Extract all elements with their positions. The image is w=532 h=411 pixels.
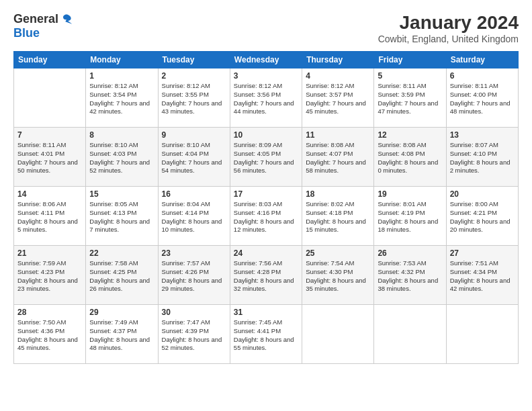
day-info: Sunrise: 7:51 AMSunset: 4:34 PMDaylight:… bbox=[450, 259, 515, 293]
calendar-week-1: 1Sunrise: 8:12 AMSunset: 3:54 PMDaylight… bbox=[14, 68, 519, 128]
table-row: 6Sunrise: 8:11 AMSunset: 4:00 PMDaylight… bbox=[446, 68, 518, 128]
header-wednesday: Wednesday bbox=[230, 52, 302, 68]
table-row: 15Sunrise: 8:05 AMSunset: 4:13 PMDayligh… bbox=[86, 187, 158, 246]
day-info: Sunrise: 8:09 AMSunset: 4:05 PMDaylight:… bbox=[234, 141, 298, 175]
day-info: Sunrise: 8:12 AMSunset: 3:57 PMDaylight:… bbox=[306, 82, 370, 116]
day-info: Sunrise: 8:11 AMSunset: 3:59 PMDaylight:… bbox=[378, 82, 442, 116]
day-number: 10 bbox=[234, 130, 298, 140]
table-row: 30Sunrise: 7:47 AMSunset: 4:39 PMDayligh… bbox=[158, 305, 230, 364]
table-row: 7Sunrise: 8:11 AMSunset: 4:01 PMDaylight… bbox=[14, 128, 86, 187]
table-row: 13Sunrise: 8:07 AMSunset: 4:10 PMDayligh… bbox=[446, 128, 518, 187]
day-number: 14 bbox=[17, 189, 82, 199]
day-info: Sunrise: 8:10 AMSunset: 4:03 PMDaylight:… bbox=[89, 141, 154, 175]
logo: General Blue bbox=[13, 12, 73, 40]
day-info: Sunrise: 8:00 AMSunset: 4:21 PMDaylight:… bbox=[450, 200, 515, 234]
day-number: 19 bbox=[378, 189, 442, 199]
header: General Blue January 2024 Cowbit, Englan… bbox=[13, 12, 519, 44]
table-row: 17Sunrise: 8:03 AMSunset: 4:16 PMDayligh… bbox=[230, 187, 302, 246]
logo-blue-text: Blue bbox=[13, 26, 40, 40]
day-number: 22 bbox=[89, 248, 154, 258]
day-info: Sunrise: 8:12 AMSunset: 3:56 PMDaylight:… bbox=[234, 82, 298, 116]
day-number: 30 bbox=[162, 308, 226, 317]
table-row: 3Sunrise: 8:12 AMSunset: 3:56 PMDaylight… bbox=[230, 68, 302, 128]
table-row bbox=[374, 305, 446, 364]
day-number: 24 bbox=[234, 248, 298, 258]
table-row: 23Sunrise: 7:57 AMSunset: 4:26 PMDayligh… bbox=[158, 246, 230, 305]
day-number: 7 bbox=[17, 130, 82, 140]
day-info: Sunrise: 8:02 AMSunset: 4:18 PMDaylight:… bbox=[306, 200, 370, 234]
table-row: 11Sunrise: 8:08 AMSunset: 4:07 PMDayligh… bbox=[302, 128, 374, 187]
day-number: 28 bbox=[17, 308, 82, 317]
table-row: 28Sunrise: 7:50 AMSunset: 4:36 PMDayligh… bbox=[14, 305, 86, 364]
day-number: 23 bbox=[162, 248, 226, 258]
day-number: 4 bbox=[306, 71, 370, 81]
location-subtitle: Cowbit, England, United Kingdom bbox=[378, 34, 519, 44]
table-row: 5Sunrise: 8:11 AMSunset: 3:59 PMDaylight… bbox=[374, 68, 446, 128]
day-info: Sunrise: 7:49 AMSunset: 4:37 PMDaylight:… bbox=[89, 318, 154, 353]
table-row: 20Sunrise: 8:00 AMSunset: 4:21 PMDayligh… bbox=[446, 187, 518, 246]
page: General Blue January 2024 Cowbit, Englan… bbox=[0, 0, 532, 411]
logo-bird-icon bbox=[60, 13, 73, 26]
table-row: 9Sunrise: 8:10 AMSunset: 4:04 PMDaylight… bbox=[158, 128, 230, 187]
day-info: Sunrise: 7:54 AMSunset: 4:30 PMDaylight:… bbox=[306, 259, 370, 293]
day-info: Sunrise: 8:03 AMSunset: 4:16 PMDaylight:… bbox=[234, 200, 298, 234]
day-info: Sunrise: 8:11 AMSunset: 4:00 PMDaylight:… bbox=[450, 82, 515, 116]
header-friday: Friday bbox=[374, 52, 446, 68]
day-info: Sunrise: 7:58 AMSunset: 4:25 PMDaylight:… bbox=[89, 259, 154, 293]
table-row: 2Sunrise: 8:12 AMSunset: 3:55 PMDaylight… bbox=[158, 68, 230, 128]
day-info: Sunrise: 8:12 AMSunset: 3:55 PMDaylight:… bbox=[162, 82, 226, 116]
day-info: Sunrise: 8:10 AMSunset: 4:04 PMDaylight:… bbox=[162, 141, 226, 175]
day-info: Sunrise: 7:56 AMSunset: 4:28 PMDaylight:… bbox=[234, 259, 298, 293]
table-row: 25Sunrise: 7:54 AMSunset: 4:30 PMDayligh… bbox=[302, 246, 374, 305]
day-info: Sunrise: 8:11 AMSunset: 4:01 PMDaylight:… bbox=[17, 141, 82, 175]
table-row: 8Sunrise: 8:10 AMSunset: 4:03 PMDaylight… bbox=[86, 128, 158, 187]
table-row: 1Sunrise: 8:12 AMSunset: 3:54 PMDaylight… bbox=[86, 68, 158, 128]
table-row: 12Sunrise: 8:08 AMSunset: 4:08 PMDayligh… bbox=[374, 128, 446, 187]
logo-general-text: General bbox=[13, 12, 58, 26]
day-number: 5 bbox=[378, 71, 442, 81]
header-sunday: Sunday bbox=[14, 52, 86, 68]
table-row: 4Sunrise: 8:12 AMSunset: 3:57 PMDaylight… bbox=[302, 68, 374, 128]
table-row: 21Sunrise: 7:59 AMSunset: 4:23 PMDayligh… bbox=[14, 246, 86, 305]
day-info: Sunrise: 7:57 AMSunset: 4:26 PMDaylight:… bbox=[162, 259, 226, 293]
day-number: 31 bbox=[234, 308, 298, 317]
calendar-week-4: 21Sunrise: 7:59 AMSunset: 4:23 PMDayligh… bbox=[14, 246, 519, 305]
table-row: 31Sunrise: 7:45 AMSunset: 4:41 PMDayligh… bbox=[230, 305, 302, 364]
day-number: 16 bbox=[162, 189, 226, 199]
table-row: 16Sunrise: 8:04 AMSunset: 4:14 PMDayligh… bbox=[158, 187, 230, 246]
day-number: 21 bbox=[17, 248, 82, 258]
month-title: January 2024 bbox=[378, 12, 519, 34]
table-row: 14Sunrise: 8:06 AMSunset: 4:11 PMDayligh… bbox=[14, 187, 86, 246]
day-number: 1 bbox=[89, 71, 154, 81]
day-info: Sunrise: 8:05 AMSunset: 4:13 PMDaylight:… bbox=[89, 200, 154, 234]
day-number: 15 bbox=[89, 189, 154, 199]
day-number: 11 bbox=[306, 130, 370, 140]
day-info: Sunrise: 8:06 AMSunset: 4:11 PMDaylight:… bbox=[17, 200, 82, 234]
header-thursday: Thursday bbox=[302, 52, 374, 68]
day-number: 25 bbox=[306, 248, 370, 258]
day-info: Sunrise: 8:04 AMSunset: 4:14 PMDaylight:… bbox=[162, 200, 226, 234]
table-row: 29Sunrise: 7:49 AMSunset: 4:37 PMDayligh… bbox=[86, 305, 158, 364]
day-info: Sunrise: 7:47 AMSunset: 4:39 PMDaylight:… bbox=[162, 318, 226, 353]
day-info: Sunrise: 8:07 AMSunset: 4:10 PMDaylight:… bbox=[450, 141, 515, 175]
table-row bbox=[14, 68, 86, 128]
header-tuesday: Tuesday bbox=[158, 52, 230, 68]
calendar-week-2: 7Sunrise: 8:11 AMSunset: 4:01 PMDaylight… bbox=[14, 128, 519, 187]
table-row: 22Sunrise: 7:58 AMSunset: 4:25 PMDayligh… bbox=[86, 246, 158, 305]
day-info: Sunrise: 7:50 AMSunset: 4:36 PMDaylight:… bbox=[17, 318, 82, 353]
day-number: 6 bbox=[450, 71, 515, 81]
day-number: 3 bbox=[234, 71, 298, 81]
day-number: 29 bbox=[89, 308, 154, 317]
day-number: 26 bbox=[378, 248, 442, 258]
calendar-week-5: 28Sunrise: 7:50 AMSunset: 4:36 PMDayligh… bbox=[14, 305, 519, 364]
day-number: 8 bbox=[89, 130, 154, 140]
calendar-table: Sunday Monday Tuesday Wednesday Thursday… bbox=[13, 51, 519, 364]
day-number: 2 bbox=[162, 71, 226, 81]
day-info: Sunrise: 7:59 AMSunset: 4:23 PMDaylight:… bbox=[17, 259, 82, 293]
day-number: 13 bbox=[450, 130, 515, 140]
day-info: Sunrise: 8:12 AMSunset: 3:54 PMDaylight:… bbox=[89, 82, 154, 116]
day-info: Sunrise: 7:53 AMSunset: 4:32 PMDaylight:… bbox=[378, 259, 442, 293]
calendar-header-row: Sunday Monday Tuesday Wednesday Thursday… bbox=[14, 52, 519, 68]
table-row: 27Sunrise: 7:51 AMSunset: 4:34 PMDayligh… bbox=[446, 246, 518, 305]
table-row bbox=[302, 305, 374, 364]
